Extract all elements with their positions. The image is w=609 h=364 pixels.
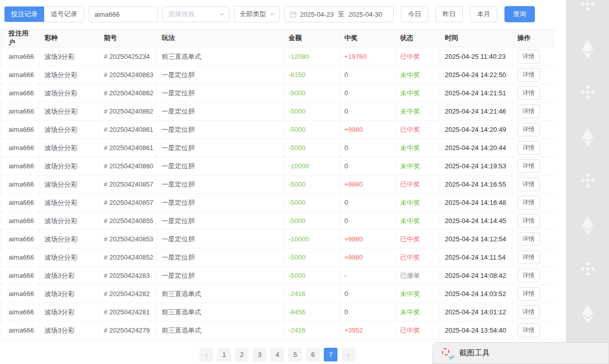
detail-button[interactable]: 详情	[518, 177, 540, 191]
username-input[interactable]: aima666	[89, 6, 158, 22]
cell-time: 2025-04-24 14:11:54	[439, 248, 512, 267]
cell-user: aima666	[1, 321, 39, 340]
pagination-pages: 1 2 3 4 5 6 7	[217, 348, 337, 361]
cell-lottery: 波场分分彩	[39, 175, 98, 194]
cell-issue: # 202504240862	[98, 84, 156, 102]
bet-records-page: 投注记录 追号记录 aima666 选择游戏 全部类型	[0, 0, 609, 364]
detail-button[interactable]: 详情	[518, 104, 540, 118]
detail-button[interactable]: 详情	[518, 123, 540, 136]
cell-lottery: 波场3分彩	[39, 303, 98, 321]
table-row: aima666 波场3分彩 # 20250425234 前三直选单式 -1208…	[1, 48, 555, 66]
cell-play: 一星定位胆	[156, 230, 283, 248]
cell-amount: -10000	[283, 157, 339, 175]
game-select[interactable]: 选择游戏	[162, 6, 229, 22]
date-end: 2025-04-30	[349, 11, 383, 18]
cell-amount: -5000	[283, 102, 339, 121]
col-header-user: 投注用户	[1, 29, 39, 48]
table-row: aima666 波场3分彩 # 20250424282 前三直选单式 -2416…	[1, 285, 555, 303]
snipping-tool-panel[interactable]: ✂ 截图工具	[432, 342, 609, 364]
cell-play: 前三直选单式	[156, 303, 283, 321]
cell-user: aima666	[1, 230, 39, 248]
col-header-win: 中奖	[339, 29, 395, 48]
crypto-watermark-icon	[566, 83, 609, 101]
cell-action: 详情	[512, 212, 555, 230]
cell-action: 详情	[512, 285, 555, 303]
cell-play: 前三直选单式	[156, 321, 283, 340]
snipping-tool-icon: ✂	[442, 348, 453, 359]
detail-button[interactable]: 详情	[518, 232, 540, 246]
chevron-down-icon	[219, 11, 225, 17]
pagination-page-button[interactable]: 3	[253, 348, 266, 361]
cell-status: 未中奖	[395, 84, 439, 102]
cell-status: 已中奖	[395, 248, 439, 267]
cell-issue: # 202504240862	[98, 102, 156, 121]
detail-button[interactable]: 详情	[518, 323, 540, 337]
detail-button[interactable]: 详情	[518, 68, 540, 82]
pagination-page-button[interactable]: 1	[217, 348, 231, 361]
quick-date-button[interactable]: 今日	[401, 6, 428, 22]
detail-button[interactable]: 详情	[518, 305, 540, 319]
cell-issue: # 202504240855	[98, 212, 156, 230]
chevron-down-icon	[269, 11, 275, 17]
pagination-page-button[interactable]: 7	[324, 348, 337, 361]
type-select[interactable]: 全部类型	[234, 6, 280, 22]
username-value: aima666	[94, 11, 120, 18]
crypto-watermark-icon	[566, 304, 609, 324]
cell-status: 已中奖	[395, 321, 439, 340]
table-row: aima666 波场分分彩 # 202504240861 一星定位胆 -5000…	[1, 121, 555, 139]
cell-user: aima666	[1, 175, 39, 194]
pagination-page-button[interactable]: 5	[288, 348, 302, 361]
cell-time: 2025-04-24 13:54:40	[439, 321, 512, 340]
cell-play: 一星定位胆	[156, 66, 283, 84]
cell-user: aima666	[1, 48, 39, 66]
cell-issue: # 202504240853	[98, 230, 156, 248]
date-range-picker[interactable]: 2025-04-23 至 2025-04-30	[284, 6, 394, 22]
quick-date-button[interactable]: 昨日	[435, 6, 463, 22]
cell-issue: # 202504240857	[98, 175, 156, 194]
cell-lottery: 波场3分彩	[39, 285, 98, 303]
detail-button[interactable]: 详情	[518, 159, 540, 173]
col-header-action: 操作	[512, 29, 555, 48]
cell-lottery: 波场分分彩	[39, 212, 98, 230]
cell-amount: -10000	[283, 230, 339, 248]
cell-time: 2025-04-24 14:20:49	[439, 121, 512, 139]
cell-action: 详情	[512, 303, 555, 321]
cell-issue: # 202504240860	[98, 157, 156, 175]
cell-time: 2025-04-24 14:22:50	[439, 66, 512, 84]
cell-lottery: 波场分分彩	[39, 157, 98, 175]
search-button[interactable]: 查询	[504, 6, 535, 22]
cell-play: 一星定位胆	[156, 102, 283, 121]
table-row: aima666 波场分分彩 # 202504240853 一星定位胆 -1000…	[1, 230, 555, 248]
cell-play: 前三直选单式	[156, 48, 283, 66]
record-type-tab[interactable]: 追号记录	[44, 7, 84, 22]
cell-status: 未中奖	[395, 139, 439, 157]
cell-lottery: 波场分分彩	[39, 102, 98, 121]
pagination-page-button[interactable]: 2	[235, 348, 249, 361]
detail-button[interactable]: 详情	[518, 196, 540, 209]
pagination-prev-button[interactable]: ‹	[199, 348, 213, 361]
cell-time: 2025-04-24 14:08:42	[439, 267, 512, 285]
detail-button[interactable]: 详情	[518, 141, 540, 155]
cell-time: 2025-04-24 14:16:48	[439, 194, 512, 212]
crypto-watermark-icon	[566, 127, 609, 148]
cell-action: 详情	[512, 157, 555, 175]
detail-button[interactable]: 详情	[518, 86, 540, 100]
quick-date-button[interactable]: 本月	[470, 6, 497, 22]
date-separator: 至	[338, 10, 345, 19]
detail-button[interactable]: 详情	[518, 250, 540, 264]
pagination-page-button[interactable]: 6	[306, 348, 320, 361]
detail-button[interactable]: 详情	[518, 214, 540, 228]
pagination-page-button[interactable]: 4	[270, 348, 284, 361]
cell-amount: -2416	[283, 321, 339, 340]
cell-lottery: 波场分分彩	[39, 139, 98, 157]
cell-win: 0	[339, 157, 395, 175]
detail-button[interactable]: 详情	[518, 50, 540, 63]
cell-status: 未中奖	[395, 285, 439, 303]
cell-win: +19760	[339, 48, 395, 66]
detail-button[interactable]: 详情	[518, 287, 540, 301]
detail-button[interactable]: 详情	[518, 269, 540, 282]
cell-user: aima666	[1, 102, 39, 121]
pagination-next-button[interactable]: ›	[342, 348, 355, 361]
record-type-tab[interactable]: 投注记录	[5, 7, 44, 22]
cell-status: 已中奖	[395, 230, 439, 248]
